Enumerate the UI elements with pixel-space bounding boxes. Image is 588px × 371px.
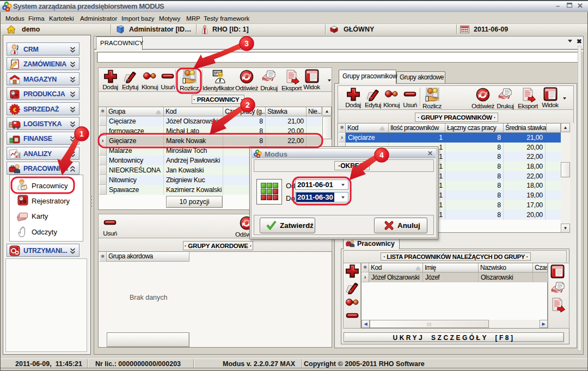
- svg-text:3: 3: [244, 39, 249, 48]
- svg-text:2: 2: [246, 101, 250, 109]
- svg-text:1: 1: [79, 129, 84, 138]
- svg-text:4: 4: [379, 151, 384, 159]
